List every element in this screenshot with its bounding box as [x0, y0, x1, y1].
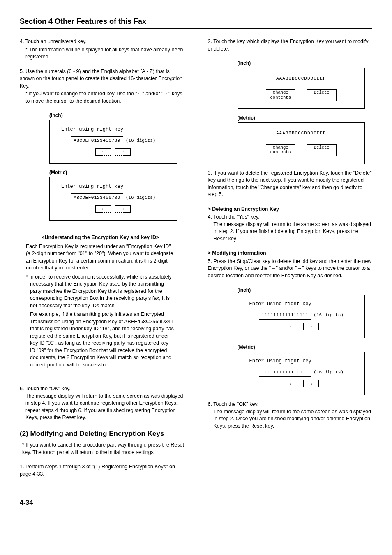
- step-number: 5.: [208, 258, 212, 264]
- step-note: If you want to change the entered key, u…: [25, 90, 184, 105]
- panel-label-metric: (Metric): [49, 169, 184, 176]
- touch-panel-inch: Enter using right key ABCDEF0123456789 (…: [49, 120, 177, 164]
- arrow-right-button[interactable]: →: [303, 380, 319, 387]
- arrow-left-button[interactable]: ←: [284, 323, 299, 330]
- arrow-left-button[interactable]: ←: [284, 380, 299, 387]
- panel-label-metric: (Metric): [238, 344, 373, 351]
- step-text: Use the numerals (0 - 9) and the English…: [20, 69, 182, 89]
- callout-paragraph: Each Encryption Key is registered under …: [26, 243, 175, 272]
- step-number: 6.: [208, 401, 212, 407]
- deleting-heading: Deleting an Encryption Key: [208, 206, 373, 213]
- touch-panel-metric-2: Enter using right key 1111111111111111 (…: [238, 352, 365, 395]
- page-number: 4-34: [20, 498, 372, 507]
- step-number: 2.: [208, 39, 212, 44]
- step-number: 1.: [20, 464, 24, 470]
- step-continuation: The message display will return to the s…: [214, 408, 373, 430]
- step-text: Touch the key which displays the Encrypt…: [208, 39, 369, 52]
- step-text: Touch an unregistered key.: [25, 39, 87, 44]
- step-text: Perform steps 1 through 3 of "(1) Regist…: [20, 464, 175, 477]
- arrow-left-button[interactable]: ←: [95, 205, 111, 213]
- panel-label-inch: (Inch): [238, 60, 373, 67]
- step-text: Touch the "Yes" key.: [213, 214, 259, 220]
- step-3: 3. If you want to delete the registered …: [208, 170, 373, 198]
- step-number: 4.: [208, 214, 212, 220]
- subsection-note: If you want to cancel the procedure part…: [22, 442, 184, 456]
- step-6: 6. Touch the "OK" key. The message displ…: [20, 385, 184, 421]
- modify-panel-metric: AAABBBCCCDDDEEEF Change contents Delete: [238, 122, 365, 164]
- callout-title: <Understanding the Encryption Key and ke…: [26, 234, 175, 242]
- step-text: Touch the "OK" key.: [25, 386, 71, 391]
- delete-button[interactable]: Delete: [307, 89, 337, 101]
- step-number: 6.: [20, 386, 24, 391]
- encryption-key-field[interactable]: ABCDEF0123456789: [71, 193, 123, 202]
- callout-note: In order to receive document successfull…: [30, 274, 175, 310]
- column-divider: [196, 38, 196, 485]
- digits-label: (16 digits): [314, 369, 344, 375]
- step-note: The information will be displayed for al…: [25, 46, 184, 61]
- digits-label: (16 digits): [126, 138, 156, 144]
- encryption-key-field[interactable]: 1111111111111111: [259, 368, 311, 377]
- encryption-key-field[interactable]: 1111111111111111: [259, 311, 311, 320]
- arrow-right-button[interactable]: →: [303, 323, 319, 330]
- arrow-left-button[interactable]: ←: [95, 148, 111, 156]
- step-text: Press the Stop/Clear key to delete the o…: [208, 258, 372, 279]
- touch-panel-metric: Enter using right key ABCDEF0123456789 (…: [49, 177, 177, 221]
- panel-prompt: Enter using right key: [249, 301, 359, 308]
- panel-prompt: Enter using right key: [61, 183, 171, 190]
- arrow-right-button[interactable]: →: [115, 148, 131, 156]
- section-title: Section 4 Other Features of this Fax: [20, 16, 372, 29]
- step-text: Touch the "OK" key.: [213, 401, 258, 407]
- digits-label: (16 digits): [126, 195, 156, 201]
- right-column: 2. Touch the key which displays the Encr…: [208, 38, 373, 485]
- step-continuation: The message display will return to the s…: [214, 221, 373, 243]
- key-display: AAABBBCCCDDDEEEF: [244, 130, 359, 136]
- encryption-key-field[interactable]: ABCDEF0123456789: [71, 136, 123, 145]
- step-2: 2. Touch the key which displays the Encr…: [208, 38, 373, 53]
- step-6-right: 6. Touch the "OK" key. The message displ…: [208, 401, 373, 430]
- callout-box: <Understanding the Encryption Key and ke…: [20, 229, 181, 375]
- change-contents-button[interactable]: Change contents: [266, 89, 295, 101]
- key-display: AAABBBCCCDDDEEEF: [244, 76, 359, 82]
- step-1: 1. Perform steps 1 through 3 of "(1) Reg…: [20, 463, 184, 478]
- arrow-right-button[interactable]: →: [115, 205, 131, 213]
- panel-label-metric: (Metric): [238, 115, 373, 122]
- touch-panel-inch-2: Enter using right key 1111111111111111 (…: [238, 295, 365, 338]
- modifying-heading: Modifying information: [208, 250, 373, 257]
- digits-label: (16 digits): [314, 312, 344, 318]
- step-number: 3.: [208, 170, 212, 176]
- step-5-right: 5. Press the Stop/Clear key to delete th…: [208, 258, 373, 280]
- step-4: 4. Touch an unregistered key. The inform…: [20, 38, 184, 61]
- panel-prompt: Enter using right key: [249, 358, 359, 365]
- callout-example: For example, if the transmitting party i…: [30, 311, 175, 368]
- step-number: 4.: [20, 39, 24, 44]
- panel-prompt: Enter using right key: [61, 126, 171, 133]
- subsection-heading: (2) Modifying and Deleting Encryption Ke…: [20, 429, 184, 439]
- panel-label-inch: (Inch): [49, 112, 184, 119]
- left-column: 4. Touch an unregistered key. The inform…: [20, 38, 184, 485]
- step-number: 5.: [20, 69, 24, 74]
- delete-button[interactable]: Delete: [307, 144, 337, 156]
- step-text: If you want to delete the registered Enc…: [208, 170, 372, 198]
- panel-label-inch: (Inch): [238, 287, 373, 294]
- step-4-right: 4. Touch the "Yes" key. The message disp…: [208, 214, 373, 242]
- change-contents-button[interactable]: Change contents: [266, 144, 295, 156]
- modify-panel-inch: AAABBBCCCDDDEEEF Change contents Delete: [238, 68, 365, 109]
- step-continuation: The message display will return to the s…: [25, 393, 184, 421]
- step-5: 5. Use the numerals (0 - 9) and the Engl…: [20, 68, 184, 105]
